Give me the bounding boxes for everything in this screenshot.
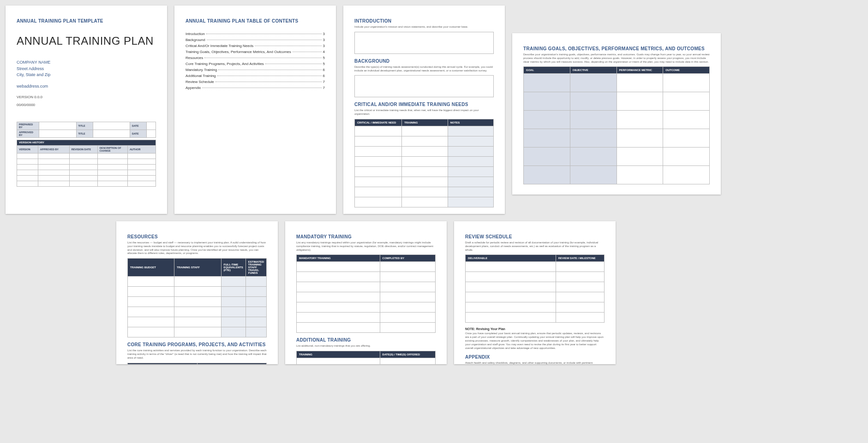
toc-dots [265,64,322,64]
crit-desc: List the critical or immediate training … [354,109,494,116]
crit-col-2: NOTES [448,119,493,126]
approved-by-label: APPROVED BY [17,130,39,137]
page-toc: ANNUAL TRAINING PLAN TABLE OF CONTENTS I… [174,6,336,214]
toc-dots [202,88,321,88]
goals-table: GOAL OBJECTIVE PERFORMANCE METRIC OUTCOM… [523,66,710,184]
intro-desc: Include your organization's mission and … [354,25,494,29]
toc-item: Additional Training6 [186,74,325,78]
goals-desc: Describe your organization's training go… [523,53,710,64]
company-info: COMPANY NAME Street Address City, State … [17,59,156,78]
toc-item: Review Schedule7 [186,80,325,84]
date-cell-1[interactable] [147,122,156,130]
document-title: ANNUAL TRAINING PLAN [17,35,156,47]
add-desc: List additional, non-mandatory trainings… [296,344,436,348]
toc-item-page: 3 [323,44,325,48]
date-label-1: DATE [130,122,147,130]
goals-col-1: OBJECTIVE [570,67,617,74]
bg-input[interactable] [354,75,494,97]
version-line: VERSION 0.0.0 [17,95,156,99]
toc-dots [216,82,322,82]
vh-col-2: REVISION DATE [69,145,97,153]
date-cell-2[interactable] [147,130,156,137]
date-label-2: DATE [130,130,147,137]
goals-title: TRAINING GOALS, OBJECTIVES, PERFORMANCE … [523,46,710,51]
intro-title: INTRODUCTION [354,18,494,24]
crit-title: CRITICAL AND/OR IMMEDIATE TRAINING NEEDS [354,102,494,107]
toc-item: Training Goals, Objectives, Performance … [186,50,325,54]
res-title: RESOURCES [127,234,267,239]
company-web: webaddress.com [17,84,156,89]
toc-item-label: Core Training Programs, Projects, And Ac… [186,62,264,66]
res-desc: List the resources — budget and staff — … [127,241,267,255]
page-review: REVIEW SCHEDULE Draft a schedule for per… [454,221,616,364]
crit-col-0: CRITICAL / IMMEDIATE NEED [355,119,402,126]
page-goals: TRAINING GOALS, OBJECTIVES, PERFORMANCE … [512,33,721,195]
add-title: ADDITIONAL TRAINING [296,337,436,343]
company-street: Street Address [17,66,156,72]
mand-col-0: MANDATORY TRAINING [297,255,380,262]
prepared-by-cell[interactable] [39,122,77,130]
title-label-2: TITLE [76,130,93,137]
toc-item-page: 3 [323,32,325,36]
rev-col-1: REVIEW DATE / MILESTONE [556,255,604,262]
vh-col-4: AUTHOR [127,145,156,153]
resources-table: TRAINING BUDGET TRAINING STAFF FULL-TIME… [127,258,267,337]
toc-item-label: Background [186,38,205,42]
toc-item-label: Resources [186,56,203,60]
vh-col-3: DESCRIPTION OF CHANGE [97,145,127,153]
company-name: COMPANY NAME [17,59,156,66]
toc-dots [217,76,322,76]
res-col-1: TRAINING STAFF [174,259,221,277]
company-city: City, State and Zip [17,72,156,78]
toc-item-page: 5 [323,62,325,66]
toc-header: ANNUAL TRAINING PLAN TABLE OF CONTENTS [186,18,325,24]
pages-row-1: ANNUAL TRAINING PLAN TEMPLATE ANNUAL TRA… [6,6,862,214]
goals-col-2: PERFORMANCE METRIC [617,67,663,74]
bg-desc: Describe the type(s) of training needs a… [354,65,494,73]
title-label-1: TITLE [76,122,93,130]
prepared-by-label: PREPARED BY [17,122,39,130]
critical-needs-table: CRITICAL / IMMEDIATE NEED TRAINING NOTES [354,119,494,207]
toc-item: Background3 [186,38,325,42]
vh-col-0: VERSION [17,145,38,153]
toc-list: Introduction3Background3Critical And/Or … [186,32,325,90]
core-desc: List the core training activities and se… [127,349,267,360]
title-cell-1[interactable] [93,122,130,130]
goals-col-0: GOAL [524,67,570,74]
app-title: APPENDIX [465,354,605,360]
signoff-table: PREPARED BY TITLE DATE APPROVED BY TITLE… [17,122,156,138]
version-history-header: VERSION HISTORY [17,140,156,145]
toc-item-page: 6 [323,74,325,78]
add-col-0: TRAINING [297,351,380,358]
intro-input[interactable] [354,32,494,54]
toc-dots [204,58,321,58]
page-mandatory: MANDATORY TRAINING List any mandatory tr… [285,221,447,364]
toc-item-label: Introduction [186,32,205,36]
rev-col-0: DELIVERABLE [466,255,556,262]
goals-col-3: OUTCOME [663,67,710,74]
toc-item: Critical And/Or Immediate Training Needs… [186,44,325,48]
title-cell-2[interactable] [93,130,130,137]
toc-item-page: 4 [323,50,325,54]
res-col-2: FULL-TIME EQUIVALENTS (FTE) [221,259,245,277]
version-history-table: VERSION HISTORY VERSION APPROVED BY REVI… [17,140,156,187]
toc-item-label: Review Schedule [186,80,214,84]
toc-item-label: Additional Training [186,74,216,78]
toc-item-label: Mandatory Training [186,68,217,72]
add-col-1: DATE(S) / TIME(S) OFFERED [380,351,435,358]
toc-item-label: Training Goals, Objectives, Performance … [186,50,291,54]
toc-item: Appendix7 [186,86,325,90]
toc-item-page: 7 [323,86,325,90]
mand-col-1: COMPLETED BY [380,255,435,262]
approved-by-cell[interactable] [39,130,77,137]
page-intro-bg-critical: INTRODUCTION Include your organization's… [343,6,505,214]
additional-table: TRAINING DATE(S) / TIME(S) OFFERED [296,351,436,364]
core-col-0: DRIVER [128,363,198,364]
toc-item: Mandatory Training6 [186,68,325,72]
mandatory-table: MANDATORY TRAINING COMPLETED BY [296,254,436,333]
toc-dots [206,34,322,34]
bg-title: BACKGROUND [354,59,494,64]
mand-desc: List any mandatory trainings required wi… [296,241,436,252]
toc-dots [255,46,321,46]
review-table: DELIVERABLE REVIEW DATE / MILESTONE [465,254,605,323]
